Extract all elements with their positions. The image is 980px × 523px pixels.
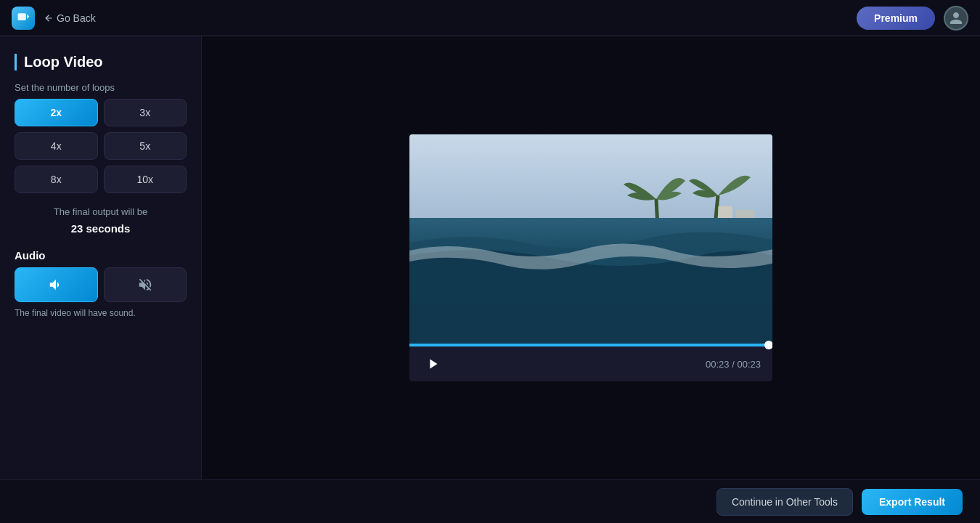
output-info: The final output will be 23 seconds (15, 205, 187, 238)
export-result-button[interactable]: Export Result (862, 489, 963, 515)
wave-svg (409, 218, 772, 344)
loop-btn-5x[interactable]: 5x (104, 132, 187, 160)
loop-btn-10x[interactable]: 10x (104, 166, 187, 193)
page-title: Loop Video (15, 54, 187, 70)
main-content: Loop Video Set the number of loops 2x 3x… (0, 36, 980, 479)
loop-btn-2x[interactable]: 2x (15, 99, 98, 126)
user-avatar[interactable] (944, 6, 968, 31)
mute-icon (137, 277, 153, 293)
header-left: Go Back (12, 7, 96, 30)
volume-icon (48, 277, 64, 293)
progress-fill (409, 344, 772, 346)
time-display: 00:23 / 00:23 (706, 359, 761, 370)
loops-section: Set the number of loops 2x 3x 4x 5x 8x 1… (15, 82, 187, 193)
loop-btn-3x[interactable]: 3x (104, 99, 187, 126)
audio-status: The final video will have sound. (15, 308, 187, 318)
loops-grid: 2x 3x 4x 5x 8x 10x (15, 99, 187, 193)
sidebar: Loop Video Set the number of loops 2x 3x… (0, 36, 202, 479)
header-right: Premium (857, 6, 968, 31)
loop-btn-8x[interactable]: 8x (15, 166, 98, 193)
audio-grid (15, 267, 187, 302)
audio-section: Audio The final video will have sound. (15, 249, 187, 318)
progress-thumb[interactable] (764, 341, 772, 349)
svg-rect-0 (18, 13, 26, 20)
audio-sound-button[interactable] (15, 267, 98, 302)
play-icon (425, 356, 441, 372)
video-thumbnail (409, 134, 772, 344)
video-area: 00:23 / 00:23 (202, 36, 980, 479)
footer: Continue in Other Tools Export Result (0, 479, 980, 523)
header: Go Back Premium (0, 0, 980, 36)
video-controls: 00:23 / 00:23 (409, 346, 772, 381)
progress-bar[interactable] (409, 344, 772, 346)
continue-other-tools-button[interactable]: Continue in Other Tools (716, 488, 853, 516)
loop-btn-4x[interactable]: 4x (15, 132, 98, 160)
play-button[interactable] (421, 352, 444, 376)
beach-water (409, 218, 772, 344)
audio-label: Audio (15, 249, 187, 262)
go-back-button[interactable]: Go Back (44, 12, 96, 24)
loops-section-label: Set the number of loops (15, 82, 187, 93)
video-player: 00:23 / 00:23 (409, 134, 772, 381)
svg-marker-1 (27, 14, 29, 18)
audio-mute-button[interactable] (104, 267, 187, 302)
app-logo (12, 7, 35, 30)
premium-button[interactable]: Premium (857, 7, 935, 30)
